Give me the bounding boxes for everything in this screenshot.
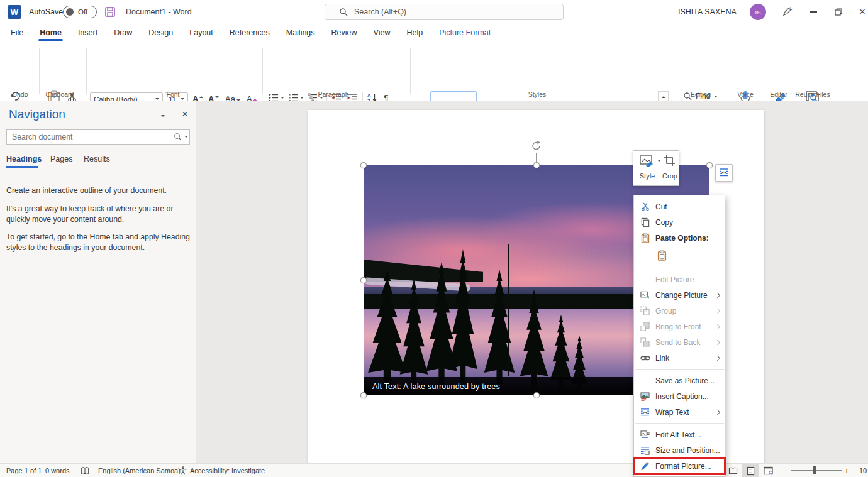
zoom-out-button[interactable]: − [781,466,786,476]
reuse-files-group-label: Reuse Files [794,90,832,98]
autosave-toggle[interactable]: Off [63,6,97,18]
close-icon: × [859,6,865,18]
picture-style-icon [640,155,655,168]
tab-view[interactable]: View [365,24,399,42]
autosave-label: AutoSave [29,8,63,16]
menu-item-label: Edit Picture [655,275,694,284]
search-placeholder: Search (Alt+Q) [354,8,406,16]
tab-insert[interactable]: Insert [70,24,106,42]
tab-picture-format[interactable]: Picture Format [431,24,499,42]
menu-item-change-picture[interactable]: Change Picture [634,287,725,303]
nav-tab-pages[interactable]: Pages [50,155,72,163]
menu-item-save-as-picture[interactable]: Save as Picture... [634,373,725,388]
avatar-initials: IS [755,9,761,16]
tab-help[interactable]: Help [398,24,431,42]
font-group-label: Font [91,90,255,98]
paste-option-keep-formatting[interactable] [634,246,725,265]
menu-item-format-picture[interactable]: Format Picture... [634,458,725,474]
search-bar[interactable]: Search (Alt+Q) [325,4,564,20]
zoom-percentage[interactable]: 10 [859,467,867,474]
read-mode-button[interactable] [725,464,741,477]
web-layout-button[interactable] [760,464,776,477]
selection-handle-bottom-middle[interactable] [533,392,540,398]
scissors-icon [640,201,650,212]
close-button[interactable]: × [853,4,868,20]
tab-layout[interactable]: Layout [181,24,221,42]
selection-handle-top-right[interactable] [706,162,713,168]
title-bar: W AutoSave Off Document1 - Word Search (… [0,0,868,24]
layout-options-button[interactable] [715,164,733,182]
nav-tab-results[interactable]: Results [84,155,110,163]
crop-button[interactable] [664,155,676,167]
selection-handle-bottom-left[interactable] [360,392,367,398]
nav-tab-underline [6,166,38,168]
proofing-book-icon[interactable] [81,466,89,475]
zoom-slider-track[interactable] [791,470,842,471]
picture-style-caret[interactable] [657,160,661,162]
menu-item-label: Send to Back [655,338,700,347]
selection-handle-middle-left[interactable] [360,277,367,283]
minimize-button[interactable] [804,4,823,20]
menu-item-label: Edit Alt Text... [655,430,701,439]
nav-search-caret[interactable] [184,136,188,138]
document-search-input[interactable] [6,129,190,145]
zoom-in-button[interactable]: + [844,466,849,476]
tab-review[interactable]: Review [323,24,365,42]
menu-item-edit-picture: Edit Picture [634,271,725,287]
rotate-icon [531,140,542,151]
navigation-close-icon[interactable]: × [182,108,188,121]
menu-item-copy[interactable]: Copy [634,214,725,230]
menu-separator [635,369,724,370]
navigation-pane: Navigation × Headings Pages Results Crea… [0,101,196,463]
undo-group-label: Undo [4,90,36,98]
menu-item-label: Save as Picture... [655,376,715,385]
restore-button[interactable] [829,4,848,20]
clipboard-group-label: Clipboard [40,90,79,98]
tab-mailings[interactable]: Mailings [278,24,323,42]
menu-item-size-and-position[interactable]: Size and Position... [634,442,725,458]
navigation-menu-caret[interactable] [161,115,165,117]
menu-item-cut[interactable]: Cut [634,199,725,214]
submenu-divider [709,337,709,348]
font-size-caret [181,98,184,100]
nav-search-icon[interactable] [174,133,182,141]
word-count[interactable]: 0 words [45,467,70,474]
ink-pen-icon[interactable] [781,6,793,18]
menu-item-label: Size and Position... [655,446,720,455]
menu-item-wrap-text[interactable]: Wrap Text [634,404,725,420]
document-title: Document1 - Word [126,8,192,16]
menu-item-insert-caption[interactable]: Insert Caption... [634,388,725,404]
zoom-slider-thumb[interactable] [813,466,816,474]
user-name: ISHITA SAXENA [678,8,737,16]
selection-handle-top-middle[interactable] [533,162,540,168]
submenu-arrow-icon [715,356,720,361]
picture-style-button[interactable] [640,155,655,168]
style-label: Style [635,172,660,180]
menu-item-paste-options: Paste Options: [634,230,725,246]
nav-tab-headings[interactable]: Headings [6,155,42,163]
tab-design[interactable]: Design [140,24,181,42]
print-layout-button[interactable] [742,464,759,477]
language-indicator[interactable]: English (American Samoa) [98,467,181,474]
menu-item-edit-alt-text[interactable]: Edit Alt Text... [634,427,725,442]
print-layout-icon [747,466,755,476]
search-icon [339,8,348,16]
tab-draw[interactable]: Draw [106,24,140,42]
paragraph-group-label: Paragraph [267,90,400,98]
word-window: W AutoSave Off Document1 - Word Search (… [0,0,868,477]
font-name-caret [155,98,159,100]
tab-references[interactable]: References [221,24,278,42]
menu-item-link[interactable]: Link [634,350,725,366]
tab-file[interactable]: File [3,24,31,42]
page-indicator[interactable]: Page 1 of 1 [6,467,42,474]
save-icon[interactable] [104,6,116,18]
rotation-handle[interactable] [531,140,542,151]
submenu-arrow-icon [715,340,720,345]
menu-item-label: Wrap Text [655,408,689,417]
avatar[interactable]: IS [750,4,766,20]
accessibility-status[interactable]: Accessibility: Investigate [190,467,265,474]
picture-bare-trunk [508,244,509,376]
selection-handle-top-left[interactable] [360,162,367,168]
nav-help-paragraph-2: It's a great way to keep track of where … [6,204,190,226]
tab-home[interactable]: Home [31,24,70,42]
